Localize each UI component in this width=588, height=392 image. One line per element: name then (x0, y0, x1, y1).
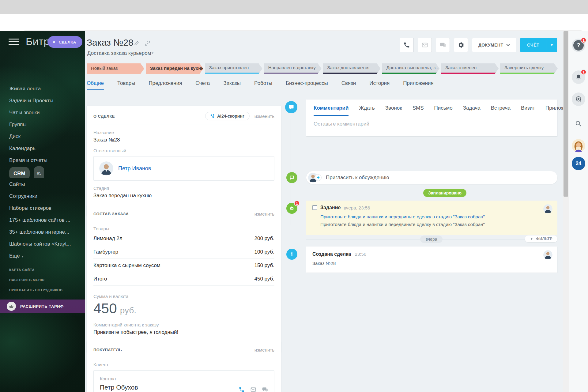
tab-bizproc[interactable]: Бизнес-процессы (286, 80, 328, 90)
comment-input[interactable]: Оставьте комментарий (306, 116, 557, 136)
stage-order-ready[interactable]: Заказ приготовлен (205, 63, 262, 74)
tab-general[interactable]: Общие (87, 80, 104, 90)
profile-avatar[interactable] (572, 139, 585, 153)
chevron-down-icon (506, 44, 510, 46)
sidebar-item-chat[interactable]: Чат и звонки (0, 107, 85, 119)
order-total-row: Итого 450 руб. (93, 272, 274, 286)
client-comment-value[interactable]: Привизите побыстрее, я голодный! (93, 329, 274, 335)
stage-value[interactable]: Заказ передан на кухню (93, 193, 274, 199)
sidebar-item-stickers[interactable]: Наборы стикеров (0, 202, 85, 214)
stage-delivering[interactable]: Заказ доставляется (323, 63, 381, 74)
activity-stream-button[interactable] (572, 92, 585, 106)
funnel-selector[interactable]: Доставка заказа курьером (87, 50, 151, 57)
contact-label: Контакт (100, 376, 268, 381)
edit-link[interactable]: изменить (254, 211, 274, 217)
sidebar-item-krayt-templates[interactable]: Шаблоны сайтов «Krayt... (0, 238, 85, 250)
call-button[interactable] (400, 38, 414, 52)
sidebar-item-site-templates[interactable]: 175+ шаблонов сайтов ... (0, 214, 85, 226)
email-button[interactable] (418, 38, 432, 52)
email-contact-icon[interactable] (250, 386, 256, 392)
edit-title-icon[interactable] (134, 40, 139, 48)
deal-stage-bar: Новый заказ Заказ передан на кухню Заказ… (87, 63, 558, 74)
tl-tab-visit[interactable]: Визит (521, 105, 535, 116)
tab-invoices[interactable]: Счета (195, 80, 210, 90)
tab-products[interactable]: Товары (117, 80, 135, 90)
edit-link[interactable]: изменить (254, 114, 274, 119)
sidebar-item-tasks[interactable]: Задачи и Проекты (0, 95, 85, 107)
tl-tab-wait[interactable]: Ждать (359, 105, 375, 116)
funnel-icon (530, 237, 533, 241)
tab-robots[interactable]: Роботы (254, 80, 272, 90)
tl-tab-comment[interactable]: Комментарий (314, 105, 349, 116)
stage-delivery-done[interactable]: Доставка выполнена, з... (382, 63, 439, 74)
deal-sum[interactable]: 450руб. (93, 300, 274, 317)
tab-apps[interactable]: Приложения (403, 80, 433, 90)
help-button[interactable]: ? 1 (572, 39, 585, 52)
sidebar-item-more[interactable]: Ещё▾ (0, 250, 85, 262)
name-value[interactable]: Заказ №28 (93, 137, 274, 143)
sidebar-item-live-feed[interactable]: Живая лента (0, 83, 85, 95)
comment-stream-icon (285, 101, 297, 113)
chat-contact-icon[interactable] (262, 386, 268, 392)
responsible-field[interactable]: Петр Иванов (93, 156, 274, 181)
task-checkbox[interactable] (312, 205, 317, 210)
tl-tab-email[interactable]: Письмо (434, 105, 453, 116)
stage-finish-deal[interactable]: Завершить сделку (500, 63, 558, 74)
scrollbar-thumb[interactable] (564, 31, 568, 197)
notification-badge: 1 (294, 200, 300, 206)
sidebar-item-crm[interactable]: CRM 95 (0, 166, 85, 178)
sidebar-item-disk[interactable]: Диск (0, 130, 85, 142)
stage-cancelled[interactable]: Заказ отменен (441, 63, 499, 74)
task-time: вчера, 23:56 (344, 205, 370, 210)
call-contact-icon[interactable] (239, 386, 245, 392)
sidebar-item-employees[interactable]: Сотрудники (0, 190, 85, 202)
stage-sent-to-kitchen[interactable]: Заказ передан на кухню (146, 63, 203, 74)
settings-button[interactable] (454, 38, 468, 52)
search-button[interactable] (572, 117, 585, 130)
tl-tab-meeting[interactable]: Встреча (491, 105, 511, 116)
chat-button[interactable] (436, 38, 450, 52)
copy-link-icon[interactable] (144, 40, 150, 48)
client-comment-label: Комментарий клиента к заказу (93, 322, 274, 327)
tab-quotes[interactable]: Предложения (149, 80, 182, 90)
configure-menu-link[interactable]: НАСТРОИТЬ МЕНЮ (0, 275, 85, 285)
tl-tab-task[interactable]: Задача (463, 105, 481, 116)
sidebar-item-groups[interactable]: Группы (0, 119, 85, 130)
avatar (543, 204, 552, 213)
notifications-button[interactable]: 1 (572, 70, 585, 84)
tl-tab-sms[interactable]: SMS (413, 105, 424, 116)
upgrade-plan-button[interactable]: РАСШИРИТЬ ТАРИФ (0, 300, 85, 313)
tab-orders[interactable]: Заказы (223, 80, 241, 90)
chevron-down-icon[interactable]: ▼ (546, 43, 557, 47)
deal-tabs: Общие Товары Предложения Счета Заказы Ро… (87, 80, 434, 90)
notification-badge: 1 (581, 69, 586, 75)
sidebar-item-time-reports[interactable]: Время и отчеты (0, 154, 85, 166)
close-icon[interactable]: × (52, 39, 56, 45)
bitrix24-badge[interactable]: 24 (572, 157, 585, 170)
invoice-button[interactable]: СЧЁТ ▼ (520, 38, 557, 52)
responsible-name[interactable]: Петр Иванов (118, 165, 151, 172)
deal-entity-badge[interactable]: × СДЕЛКА (47, 36, 82, 48)
sitemap-link[interactable]: КАРТА САЙТА (0, 265, 85, 275)
filter-button[interactable]: ФИЛЬТР (525, 236, 557, 242)
tl-tab-call[interactable]: Звонок (385, 105, 402, 116)
task-link[interactable]: Приготовьте блюда и напитки и передвиньт… (320, 214, 551, 219)
sidebar-item-store-templates[interactable]: 35+ шаблонов интерне... (0, 226, 85, 238)
stage-new-order[interactable]: Новый заказ (87, 63, 144, 74)
right-toolbar: ? 1 1 24 (569, 31, 588, 392)
menu-icon[interactable] (9, 39, 19, 46)
comment-composer: Комментарий Ждать Звонок SMS Письмо Зада… (306, 100, 557, 136)
sidebar-item-sites[interactable]: Сайты (0, 178, 85, 190)
sidebar-item-calendar[interactable]: Календарь (0, 142, 85, 154)
ai-scoring-button[interactable]: AI24-скоринг (205, 112, 250, 120)
deal-created-card: Создана сделка 23:56 Заказ №28 (306, 247, 557, 273)
main-content: Заказ №28 Доставка заказа курьером ▾ ДОК… (85, 31, 569, 392)
tab-history[interactable]: История (369, 80, 390, 90)
tab-relations[interactable]: Связи (341, 80, 356, 90)
add-participant-icon[interactable]: + (315, 174, 322, 181)
invite-employees-link[interactable]: ПРИГЛАСИТЬ СОТРУДНИКОВ (0, 285, 85, 295)
document-button[interactable]: ДОКУМЕНТ (472, 38, 516, 52)
stage-sent-to-delivery[interactable]: Направлен в доставку (264, 63, 322, 74)
edit-link[interactable]: изменить (254, 347, 274, 352)
invite-to-discussion[interactable]: + Пригласить к обсуждению (306, 171, 557, 184)
